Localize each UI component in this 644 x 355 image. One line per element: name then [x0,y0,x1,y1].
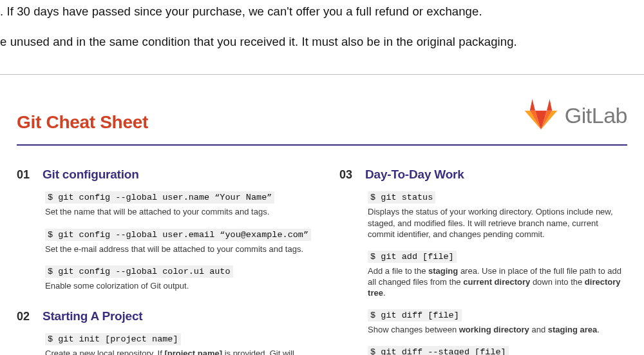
section-02: 02 Starting A Project $ git init [projec… [17,309,311,355]
s01-item-2-desc: Enable some colorization of Git output. [45,280,311,291]
sheet-title: Git Cheat Sheet [17,112,148,133]
section-03-title: Day-To-Day Work [365,168,464,182]
s01-item-1-cmd: $ git config --global user.email “you@ex… [45,229,311,241]
s03-item-1-cmd: $ git add [file] [368,251,457,263]
section-03-head: 03 Day-To-Day Work [339,168,627,182]
section-01: 01 Git configuration $ git config --glob… [17,168,311,291]
s02-item-0: $ git init [project name] Create a new l… [45,332,311,355]
section-01-head: 01 Git configuration [17,168,311,182]
left-column: 01 Git configuration $ git config --glob… [17,168,311,355]
s01-item-2: $ git config --global color.ui auto Enab… [45,265,311,291]
s01-item-0: $ git config --global user.name “Your Na… [45,191,311,217]
s01-item-2-cmd: $ git config --global color.ui auto [45,265,233,278]
s01-item-0-cmd: $ git config --global user.name “Your Na… [45,191,274,204]
s02-item-0-cmd: $ git init [project name] [45,333,181,345]
section-03: 03 Day-To-Day Work $ git status Displays… [339,168,627,355]
s03-item-0-cmd: $ git status [368,191,435,204]
sheet-header: Git Cheat Sheet GitLab [17,98,627,146]
s01-item-0-desc: Set the name that will be attached to yo… [45,206,311,217]
section-01-num: 01 [17,168,33,182]
brand-name: GitLab [565,103,627,128]
s03-item-3: $ git diff --staged [file] Shows any cha… [368,345,627,355]
policy-line-2: e unused and in the same condition that … [0,33,644,52]
right-column: 03 Day-To-Day Work $ git status Displays… [339,168,627,355]
s03-item-2: $ git diff [file] Show changes between w… [368,309,627,335]
brand: GitLab [524,98,627,133]
section-03-num: 03 [339,168,356,182]
policy-text: . If 30 days have passed since your purc… [0,0,644,74]
s03-item-3-cmd: $ git diff --staged [file] [368,346,509,355]
section-01-title: Git configuration [43,168,139,182]
s01-item-1-desc: Set the e-mail address that will be atta… [45,244,311,254]
s03-item-1: $ git add [file] Add a file to the stagi… [368,250,627,298]
s02-item-0-desc: Create a new local repository. If [proje… [45,348,311,355]
columns: 01 Git configuration $ git config --glob… [17,168,627,355]
s03-item-0-desc: Displays the status of your working dire… [368,206,627,239]
s03-item-1-desc: Add a file to the staging area. Use in p… [368,265,627,298]
gitlab-logo-icon [524,98,558,133]
cheatsheet-frame: Git Cheat Sheet GitLab [0,74,644,355]
cheatsheet: Git Cheat Sheet GitLab [0,79,644,355]
s03-item-0: $ git status Displays the status of your… [368,191,627,239]
section-02-title: Starting A Project [43,309,142,323]
s03-item-2-cmd: $ git diff [file] [368,309,462,321]
section-02-head: 02 Starting A Project [17,309,311,323]
policy-line-1: . If 30 days have passed since your purc… [0,3,644,21]
section-02-num: 02 [17,310,33,323]
s03-item-2-desc: Show changes between working directory a… [368,324,627,335]
s01-item-1: $ git config --global user.email “you@ex… [45,228,311,254]
